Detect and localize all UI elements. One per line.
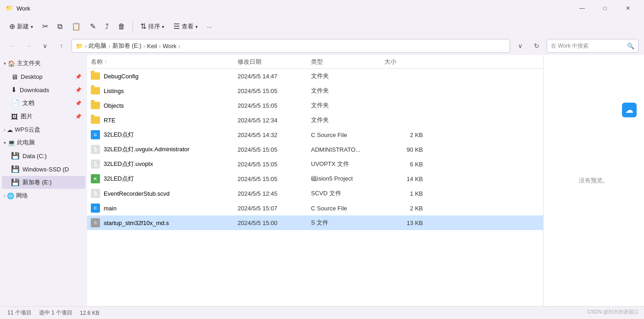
file-type-cell: 文件夹 xyxy=(311,87,384,95)
sidebar-item-downloads[interactable]: ⬇ Downloads 📌 xyxy=(2,83,85,96)
sidebar-group-this-pc[interactable]: ▾ 💻 此电脑 xyxy=(0,136,87,149)
file-date-cell: 2024/5/5 15:07 xyxy=(238,205,311,212)
sidebar-group-main[interactable]: ▾ 🏠 主文件夹 xyxy=(0,57,87,70)
delete-button[interactable]: 🗑 xyxy=(114,19,129,34)
file-date-cell: 2024/5/5 14:47 xyxy=(238,73,311,80)
main-folder-label: 主文件夹 xyxy=(17,59,41,67)
file-icon-cell: K xyxy=(91,174,100,183)
pin-icon-2: 📌 xyxy=(75,87,82,93)
file-name-cell: 32LED点灯.uvguix.Administrator xyxy=(104,145,238,154)
sort-button[interactable]: ⇅ 排序 ▾ xyxy=(137,19,168,34)
file-size-cell: 14 KB xyxy=(384,176,430,182)
file-date-cell: 2024/5/5 14:32 xyxy=(238,132,311,138)
file-icon-cell: S xyxy=(91,218,100,227)
col-date-header[interactable]: 修改日期 xyxy=(238,58,311,66)
sidebar: ▾ 🏠 主文件夹 🖥 Desktop 📌 ⬇ Downloads 📌 📄 文档 … xyxy=(0,55,87,306)
col-date-label: 修改日期 xyxy=(238,58,261,65)
sidebar-item-pictures[interactable]: 🖼 图片 📌 xyxy=(2,110,85,123)
file-row[interactable]: Objects 2024/5/5 15:05 文件夹 xyxy=(87,98,543,113)
copy-button[interactable]: ⧉ xyxy=(54,19,66,34)
keil-icon: K xyxy=(91,174,100,183)
back-button[interactable]: ← xyxy=(6,39,18,52)
file-row[interactable]: K 32LED点灯 2024/5/5 15:05 磁ision5 Project… xyxy=(87,171,543,186)
title-bar-controls: — □ ✕ xyxy=(572,1,638,16)
file-icon-cell xyxy=(91,86,100,95)
share-button[interactable]: ⤴ xyxy=(101,19,112,34)
s-file-icon: S xyxy=(91,218,100,227)
up-button[interactable]: ↑ xyxy=(55,39,68,52)
col-size-header[interactable]: 大小 xyxy=(384,58,430,66)
sidebar-item-drive-d[interactable]: 💾 Windows-SSD (D xyxy=(2,163,85,176)
sidebar-item-documents[interactable]: 📄 文档 📌 xyxy=(2,97,85,110)
view-dropdown-icon: ▾ xyxy=(195,24,198,29)
wps-cloud-floating-icon[interactable]: ☁ xyxy=(622,103,637,117)
file-row[interactable]: 📄 32LED点灯.uvguix.Administrator 2024/5/5 … xyxy=(87,142,543,157)
c-source-icon: C xyxy=(91,204,100,213)
rename-button[interactable]: ✎ xyxy=(86,19,100,34)
generic-file-icon: 📄 xyxy=(91,145,100,154)
address-input[interactable]: 📁 › 此电脑 › 新加卷 (E:) › Keil › Work › xyxy=(72,39,510,53)
status-bar: 11 个项目 选中 1 个项目 12.6 KB xyxy=(0,306,644,319)
file-name-cell: DebugConfig xyxy=(104,73,238,80)
file-date-cell: 2024/5/5 15:05 xyxy=(238,176,311,182)
sort-icon: ⇅ xyxy=(140,23,146,30)
drive-e-label: 新加卷 (E:) xyxy=(22,178,82,187)
main-folder-icon: 🏠 xyxy=(8,60,15,67)
path-part-keil: Keil xyxy=(147,43,157,50)
window-icon: 📁 xyxy=(6,5,13,12)
view-button[interactable]: ☰ 查看 ▾ xyxy=(170,19,201,34)
col-type-label: 类型 xyxy=(311,58,323,65)
cut-button[interactable]: ✂ xyxy=(39,19,52,34)
file-row[interactable]: C main 2024/5/5 15:07 C Source File 2 KB xyxy=(87,201,543,215)
drive-d-icon: 💾 xyxy=(11,165,20,173)
col-name-label: 名称 xyxy=(91,58,103,66)
network-label: 网络 xyxy=(16,192,28,200)
sidebar-group-network[interactable]: › 🌐 网络 xyxy=(0,189,87,202)
paste-button[interactable]: 📋 xyxy=(68,19,84,34)
generic-file-icon: 📄 xyxy=(91,160,100,169)
file-name-cell: Objects xyxy=(104,102,238,109)
path-icon: 📁 xyxy=(76,43,83,50)
file-row[interactable]: DebugConfig 2024/5/5 14:47 文件夹 xyxy=(87,69,543,83)
file-name-cell: startup_stm32f10x_md.s xyxy=(104,220,238,226)
file-row[interactable]: C 32LED点灯 2024/5/5 14:32 C Source File 2… xyxy=(87,127,543,142)
col-size-label: 大小 xyxy=(384,58,396,65)
preview-panel: 没有预览。 xyxy=(543,55,644,306)
more-button[interactable]: ··· xyxy=(203,19,216,34)
refresh-button[interactable]: ↻ xyxy=(530,39,543,52)
file-date-cell: 2024/5/5 12:34 xyxy=(238,117,311,124)
path-part-work: Work xyxy=(163,43,177,50)
file-row[interactable]: 📄 EventRecorderStub.scvd 2024/5/5 12:45 … xyxy=(87,186,543,201)
file-name-cell: 32LED点灯 xyxy=(104,131,238,139)
forward-button[interactable]: → xyxy=(22,39,35,52)
sidebar-item-drive-e[interactable]: 💾 新加卷 (E:) xyxy=(2,176,85,189)
address-bar: ← → ∨ ↑ 📁 › 此电脑 › 新加卷 (E:) › Keil › Work… xyxy=(0,37,644,55)
downloads-label: Downloads xyxy=(20,87,72,94)
new-dropdown-icon: ▾ xyxy=(31,24,33,29)
file-row[interactable]: S startup_stm32f10x_md.s 2024/5/5 15:00 … xyxy=(87,215,543,230)
file-row[interactable]: Listings 2024/5/5 15:05 文件夹 xyxy=(87,83,543,98)
close-button[interactable]: ✕ xyxy=(617,1,638,16)
file-size-cell: 1 KB xyxy=(384,190,430,197)
recent-locations-button[interactable]: ∨ xyxy=(39,39,51,52)
col-name-header[interactable]: 名称 ↑ xyxy=(91,58,238,66)
search-box[interactable]: 在 Work 中搜索 🔍 xyxy=(547,39,638,53)
file-type-cell: 磁ision5 Project xyxy=(311,175,384,183)
sidebar-group-wps[interactable]: › ☁ WPS云盘 xyxy=(0,123,87,136)
col-type-header[interactable]: 类型 xyxy=(311,58,384,66)
file-row[interactable]: RTE 2024/5/5 12:34 文件夹 xyxy=(87,113,543,127)
file-type-cell: UVOPTX 文件 xyxy=(311,160,384,168)
sidebar-item-drive-c[interactable]: 💾 Data (C:) xyxy=(2,149,85,162)
drive-e-icon: 💾 xyxy=(11,178,20,187)
file-date-cell: 2024/5/5 15:05 xyxy=(238,88,311,94)
file-type-cell: S 文件 xyxy=(311,219,384,227)
network-icon: 🌐 xyxy=(7,192,14,199)
file-row[interactable]: 📄 32LED点灯.uvoptx 2024/5/5 15:05 UVOPTX 文… xyxy=(87,157,543,171)
this-pc-label: 此电脑 xyxy=(17,138,35,147)
minimize-button[interactable]: — xyxy=(572,1,593,16)
address-dropdown-button[interactable]: ∨ xyxy=(514,39,527,52)
sidebar-item-desktop[interactable]: 🖥 Desktop 📌 xyxy=(2,70,85,83)
file-size-cell: 2 KB xyxy=(384,205,430,212)
new-button[interactable]: ⊕ 新建 ▾ xyxy=(6,19,37,34)
maximize-button[interactable]: □ xyxy=(594,1,616,16)
